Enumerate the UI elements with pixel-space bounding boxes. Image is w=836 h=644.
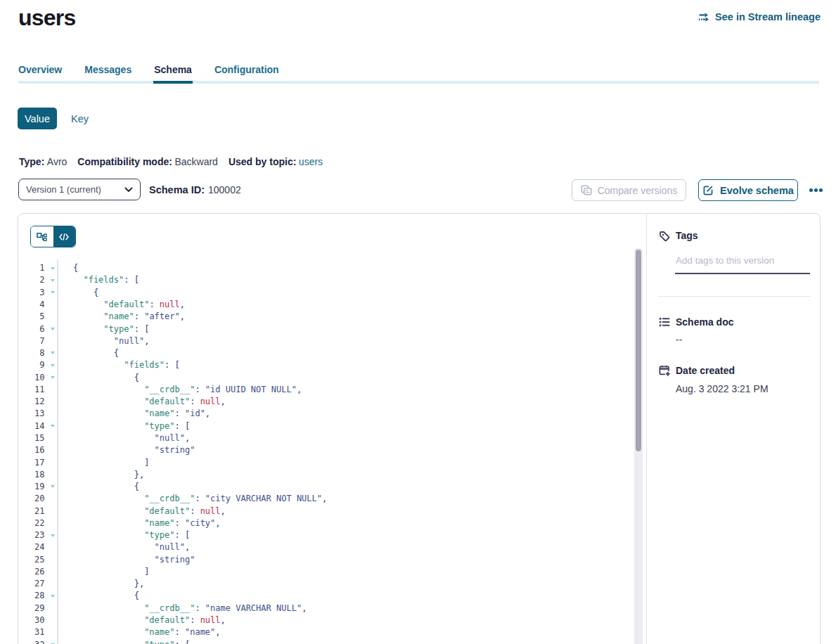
code-text: "type": [	[73, 529, 190, 541]
code-text: "type": [	[73, 420, 190, 432]
code-line-22: 22 "name": "city",	[18, 517, 634, 529]
fold-toggle-icon[interactable]	[51, 485, 55, 488]
code-line-30: 30 "default": null,	[18, 614, 634, 626]
code-line-9: 9 "fields": [	[18, 359, 634, 371]
fold-toggle-icon[interactable]	[51, 376, 55, 379]
code-text: },	[73, 578, 144, 590]
stream-lineage-icon	[698, 12, 710, 22]
used-by-topic-label: Used by topic:	[229, 156, 296, 167]
tree-view-icon	[37, 233, 47, 241]
code-line-27: 27 },	[18, 578, 634, 590]
tree-view-button[interactable]	[31, 226, 53, 247]
code-view-icon	[59, 233, 69, 240]
code-text: "default": null,	[73, 505, 226, 517]
ellipsis-icon	[809, 188, 813, 192]
more-actions-button[interactable]	[808, 179, 824, 201]
schema-id: Schema ID: 100002	[149, 179, 241, 200]
line-number: 28	[18, 590, 45, 602]
code-line-20: 20 "__crdb__": "city VARCHAR NOT NULL",	[18, 493, 634, 505]
code-text: ]	[73, 566, 149, 578]
schema-code-editor[interactable]: 1{2 "fields": [3 {4 "default": null,5 "n…	[18, 262, 634, 644]
tab-messages[interactable]: Messages	[84, 64, 131, 75]
line-number: 26	[18, 566, 45, 578]
code-line-7: 7 "null",	[18, 335, 634, 347]
line-number: 24	[18, 541, 45, 553]
fold-toggle-icon[interactable]	[51, 291, 55, 294]
tags-input-underline	[675, 273, 810, 274]
line-number: 11	[18, 384, 45, 396]
line-number: 5	[18, 311, 45, 323]
code-text: {	[73, 372, 139, 384]
evolve-schema-button[interactable]: Evolve schema	[698, 179, 798, 201]
tab-schema[interactable]: Schema	[154, 64, 192, 75]
line-number: 31	[18, 626, 45, 638]
line-number: 22	[18, 517, 45, 529]
tags-input[interactable]: Add tags to this version	[676, 255, 774, 266]
version-select-value: Version 1 (current)	[26, 184, 101, 195]
line-number: 23	[18, 529, 45, 541]
line-number: 32	[18, 639, 45, 644]
fold-toggle-icon[interactable]	[51, 534, 55, 537]
value-tab-button[interactable]: Value	[18, 108, 57, 129]
code-line-25: 25 "string"	[18, 554, 634, 566]
code-line-11: 11 "__crdb__": "id UUID NOT NULL",	[18, 384, 634, 396]
key-tab-label: Key	[71, 113, 89, 124]
line-number: 9	[18, 359, 45, 371]
line-number: 16	[18, 444, 45, 456]
line-number: 19	[18, 481, 45, 493]
tab-configuration[interactable]: Configuration	[214, 64, 279, 75]
version-select[interactable]: Version 1 (current)	[18, 179, 141, 200]
code-line-26: 26 ]	[18, 566, 634, 578]
code-text: "string"	[73, 444, 195, 456]
topic-link[interactable]: users	[299, 156, 323, 167]
code-line-23: 23 "type": [	[18, 529, 634, 541]
fold-toggle-icon[interactable]	[51, 425, 55, 427]
fold-toggle-icon[interactable]	[51, 595, 55, 598]
line-number: 17	[18, 457, 45, 469]
fold-toggle-icon[interactable]	[51, 352, 55, 354]
line-number: 20	[18, 493, 45, 505]
tab-overview[interactable]: Overview	[18, 64, 62, 75]
editor-scrollbar-thumb[interactable]	[636, 250, 641, 451]
key-tab-button[interactable]: Key	[71, 108, 89, 129]
code-text: ]	[73, 457, 149, 469]
line-number: 6	[18, 323, 45, 335]
code-text: "type": [	[73, 639, 190, 644]
compare-versions-icon	[581, 185, 592, 196]
code-line-14: 14 "type": [	[18, 420, 634, 432]
compare-versions-label: Compare versions	[598, 185, 678, 196]
see-in-stream-lineage-link[interactable]: See in Stream lineage	[698, 11, 821, 22]
fold-toggle-icon[interactable]	[51, 267, 55, 270]
code-text: "default": null,	[73, 396, 226, 408]
code-line-16: 16 "string"	[18, 444, 634, 456]
code-text: {	[73, 287, 98, 299]
code-line-1: 1{	[18, 262, 634, 274]
schema-doc-value: --	[676, 335, 682, 345]
line-number: 29	[18, 603, 45, 614]
date-created-label: Date created	[676, 366, 735, 376]
code-line-3: 3 {	[18, 287, 634, 299]
code-line-10: 10 {	[18, 372, 634, 384]
fold-toggle-icon[interactable]	[51, 279, 55, 282]
code-view-button[interactable]	[53, 226, 76, 247]
line-number: 21	[18, 505, 45, 517]
code-text: "__crdb__": "name VARCHAR NULL",	[73, 603, 307, 614]
schema-id-value: 100002	[208, 184, 241, 195]
line-number: 25	[18, 554, 45, 566]
fold-toggle-icon[interactable]	[51, 364, 55, 367]
code-line-24: 24 "null",	[18, 541, 634, 553]
code-line-28: 28 {	[18, 590, 634, 602]
code-line-13: 13 "name": "id",	[18, 408, 634, 420]
code-line-12: 12 "default": null,	[18, 396, 634, 408]
compare-versions-button[interactable]: Compare versions	[572, 179, 686, 201]
compatibility-mode-value: Backward	[174, 156, 217, 167]
code-text: "name": "city",	[73, 517, 221, 529]
page-title: users	[18, 5, 75, 31]
schema-panel: 1{2 "fields": [3 {4 "default": null,5 "n…	[18, 213, 821, 644]
code-text: {	[73, 262, 78, 274]
code-text: "name": "id",	[73, 408, 210, 420]
code-line-29: 29 "__crdb__": "name VARCHAR NULL",	[18, 603, 634, 614]
fold-toggle-icon[interactable]	[51, 328, 55, 330]
line-number: 12	[18, 396, 45, 408]
code-text: "fields": [	[73, 359, 180, 371]
